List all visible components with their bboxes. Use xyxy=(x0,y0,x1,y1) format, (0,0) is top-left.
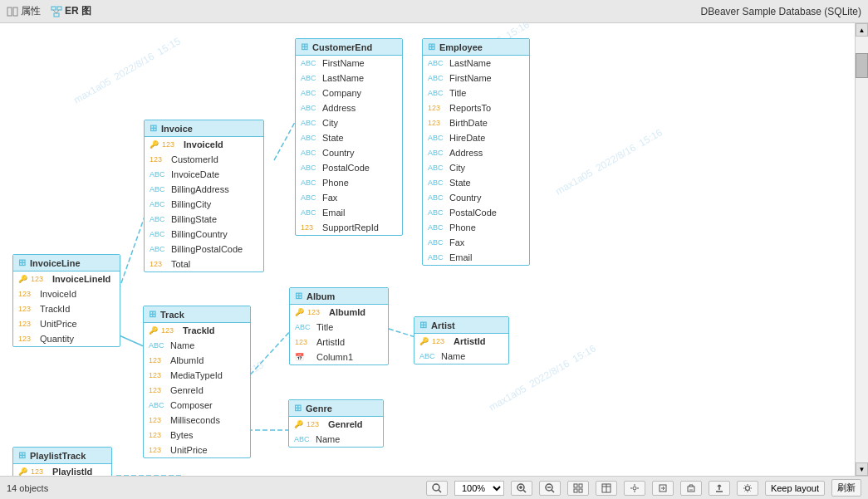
table-icon-al: ⊞ xyxy=(295,291,302,301)
svg-line-12 xyxy=(389,329,415,337)
gear-btn[interactable] xyxy=(737,481,758,496)
app-window: 属性 ER 图 DBeaver Sample Database (SQLite) xyxy=(0,0,868,499)
print-icon xyxy=(686,483,696,493)
table-invoiceline: ⊞ InvoiceLine 🔑123InvoiceLineId 123Invoi… xyxy=(12,254,120,347)
zoom-in-icon xyxy=(517,483,527,493)
table-icon-pt: ⊞ xyxy=(18,450,26,461)
field-invoicelineid: 🔑123InvoiceLineId xyxy=(13,272,120,286)
table-track-header: ⊞ Track xyxy=(144,306,250,323)
export-btn[interactable] xyxy=(652,481,674,496)
field-lastname: ABCLastName xyxy=(296,71,402,86)
zoom-select[interactable]: 100% 75% 50% 125% 150% xyxy=(454,481,504,496)
zoom-out-icon xyxy=(545,483,555,493)
settings-icon xyxy=(630,483,640,493)
field-firstname: ABCFirstName xyxy=(296,56,402,71)
upload-icon xyxy=(714,483,724,493)
field-artistid: 🔑123ArtistId xyxy=(414,334,508,349)
table-playlisttrack: ⊞ PlaylistTrack 🔑123PlaylistId 123TrackI… xyxy=(12,447,112,476)
table-genre: ⊞ Genre 🔑123GenreId ABCName xyxy=(288,399,384,448)
field-track-composer: ABCComposer xyxy=(144,398,250,413)
table-artist-header: ⊞ Artist xyxy=(414,317,508,334)
er-tab[interactable]: ER 图 xyxy=(51,4,91,18)
field-billingaddress: ABCBillingAddress xyxy=(145,182,263,197)
field-billingcity: ABCBillingCity xyxy=(145,197,263,212)
field-album-artistid: 123ArtistId xyxy=(290,335,388,350)
table-icon-t: ⊞ xyxy=(149,309,156,320)
properties-icon xyxy=(7,6,18,17)
table-icon-inv: ⊞ xyxy=(150,123,157,134)
gear-icon xyxy=(743,483,753,493)
svg-rect-4 xyxy=(54,13,59,17)
svg-rect-1 xyxy=(13,7,17,16)
vertical-scrollbar[interactable]: ▲ ▼ xyxy=(855,23,868,476)
field-address: ABCAddress xyxy=(296,100,402,115)
svg-rect-0 xyxy=(7,7,12,16)
er-canvas-container[interactable]: max1a05 2022/8/16 15:15 max1a05 2022/8/1… xyxy=(0,23,855,476)
table-icon xyxy=(601,483,611,493)
scroll-thumb[interactable] xyxy=(856,53,868,78)
field-emp-birthdate: 123BirthDate xyxy=(423,115,529,130)
export-icon xyxy=(658,483,668,493)
field-emp-hiredate: ABCHireDate xyxy=(423,130,529,145)
field-playlistid: 🔑123PlaylistId xyxy=(13,464,111,476)
svg-rect-3 xyxy=(57,7,61,10)
search-icon xyxy=(432,483,442,493)
field-emp-fax: ABCFax xyxy=(423,235,529,250)
scroll-up[interactable]: ▲ xyxy=(856,23,868,37)
db-title: DBeaver Sample Database (SQLite) xyxy=(701,6,861,17)
field-emp-city: ABCCity xyxy=(423,160,529,175)
table-employee-header: ⊞ Employee xyxy=(423,39,529,56)
field-genreid: 🔑123GenreId xyxy=(289,417,383,432)
upload-btn[interactable] xyxy=(709,481,730,496)
table-btn[interactable] xyxy=(596,481,617,496)
zoom-in-btn[interactable] xyxy=(511,481,532,496)
field-postalcode: ABCPostalCode xyxy=(296,160,402,175)
field-emp-postalcode: ABCPostalCode xyxy=(423,205,529,220)
svg-rect-2 xyxy=(51,7,56,10)
field-country: ABCCountry xyxy=(296,145,402,160)
svg-point-15 xyxy=(433,484,439,491)
field-track-mediatypeid: 123MediaTypeId xyxy=(144,368,250,383)
field-fax: ABCFax xyxy=(296,190,402,205)
settings-btn[interactable] xyxy=(624,481,645,496)
field-track-albumid: 123AlbumId xyxy=(144,353,250,368)
field-company: ABCCompany xyxy=(296,86,402,100)
properties-tab[interactable]: 属性 xyxy=(7,4,41,18)
zoom-search-btn[interactable] xyxy=(426,481,448,496)
table-playlisttrack-header: ⊞ PlaylistTrack xyxy=(13,448,111,464)
field-trackid: 🔑123TrackId xyxy=(144,323,250,338)
field-track-ms: 123Milliseconds xyxy=(144,413,250,428)
scroll-down[interactable]: ▼ xyxy=(856,462,868,476)
field-phone: ABCPhone xyxy=(296,175,402,190)
field-track-bytes: 123Bytes xyxy=(144,428,250,443)
svg-line-8 xyxy=(116,214,145,297)
watermark-3: max1a05 2022/8/16 15:16 xyxy=(553,126,664,197)
table-customer: ⊞ CustomerEnd ABCFirstName ABCLastName A… xyxy=(295,38,403,236)
field-emp-title: ABCTitle xyxy=(423,86,529,100)
print-btn[interactable] xyxy=(680,481,702,496)
svg-rect-36 xyxy=(688,487,694,492)
table-invoiceline-header: ⊞ InvoiceLine xyxy=(13,255,120,272)
field-il-quantity: 123Quantity xyxy=(13,331,120,346)
table-icon-il: ⊞ xyxy=(18,257,26,268)
title-bar: 属性 ER 图 DBeaver Sample Database (SQLite) xyxy=(0,0,868,23)
keep-layout-btn[interactable]: Keep layout xyxy=(765,481,825,496)
svg-line-6 xyxy=(56,10,59,13)
table-track: ⊞ Track 🔑123TrackId ABCName 123AlbumId 1… xyxy=(143,306,251,458)
bottom-bar: 14 objects 100% 75% 50% 125% 150% xyxy=(0,476,868,499)
field-emp-lastname: ABCLastName xyxy=(423,56,529,71)
field-customerid: 123CustomerId xyxy=(145,152,263,167)
field-emp-country: ABCCountry xyxy=(423,190,529,205)
keep-layout-label: Keep layout xyxy=(771,483,819,493)
table-icon-e: ⊞ xyxy=(428,42,435,52)
zoom-out-btn[interactable] xyxy=(539,481,561,496)
refresh-btn[interactable]: 刷新 xyxy=(831,479,861,497)
svg-rect-26 xyxy=(574,489,577,492)
field-track-unitprice: 123UnitPrice xyxy=(144,443,250,457)
svg-line-5 xyxy=(53,10,56,13)
grid-btn[interactable] xyxy=(567,481,589,496)
svg-point-42 xyxy=(745,486,749,490)
table-customer-header: ⊞ CustomerEnd xyxy=(296,39,402,56)
svg-line-16 xyxy=(439,490,441,492)
svg-rect-24 xyxy=(574,484,577,487)
